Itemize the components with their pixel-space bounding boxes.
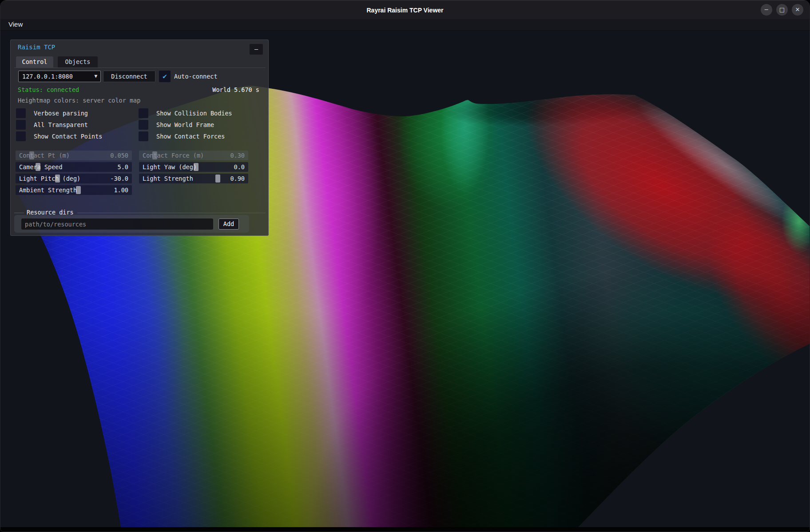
checkbox-show-contact-points[interactable]: Show Contact Points	[16, 131, 136, 141]
tab-objects[interactable]: Objects	[58, 56, 98, 67]
slider-camera-speed[interactable]: Camera Speed 5.0	[16, 162, 132, 172]
slider-label: Ambient Strength	[19, 185, 77, 195]
slider-contact-force: Contact Force (m) 0.30	[139, 151, 248, 160]
checkbox-box[interactable]	[139, 131, 148, 141]
checkbox-show-world-frame[interactable]: Show World Frame	[139, 120, 266, 130]
separator-line	[77, 213, 266, 213]
tab-control[interactable]: Control	[16, 56, 53, 67]
slider-light-strength[interactable]: Light Strength 0.90	[139, 174, 248, 183]
slider-label: Light Pitch (deg)	[19, 174, 80, 183]
autoconnect-checkbox[interactable]: ✔	[159, 71, 171, 82]
checkbox-box[interactable]	[16, 131, 26, 141]
address-value: 127.0.0.1:8080	[22, 73, 73, 80]
slider-value: 0.30	[230, 151, 245, 160]
slider-value: -30.0	[110, 174, 128, 183]
raisim-tcp-panel: Raisim TCP – Control Objects 127.0.0.1:8…	[10, 40, 269, 236]
checkbox-label: Show Contact Forces	[156, 131, 225, 141]
checkbox-all-transparent[interactable]: All Transparent	[16, 120, 136, 130]
slider-value: 0.0	[234, 162, 245, 172]
maximize-button[interactable]: □	[776, 4, 788, 16]
minimize-button[interactable]: −	[761, 4, 772, 16]
checkbox-label: Verbose parsing	[34, 108, 88, 118]
resource-path-input[interactable]	[21, 218, 213, 230]
slider-contact-pt: Contact Pt (m) 0.050	[16, 151, 132, 160]
slider-value: 1.00	[114, 185, 128, 195]
resource-dirs-box: Add	[14, 215, 249, 233]
checkbox-show-contact-forces[interactable]: Show Contact Forces	[139, 131, 266, 141]
slider-light-pitch[interactable]: Light Pitch (deg) -30.0	[16, 174, 132, 183]
panel-title: Raisim TCP	[18, 44, 55, 51]
checkbox-verbose-parsing[interactable]: Verbose parsing	[16, 108, 136, 118]
checkbox-label: Show Contact Points	[34, 131, 102, 141]
window-title: Rayrai Raisim TCP Viewer	[0, 1, 810, 20]
checkbox-box[interactable]	[16, 108, 26, 118]
tabbar-underline	[14, 67, 266, 68]
checkbox-label: All Transparent	[34, 120, 88, 130]
slider-light-yaw[interactable]: Light Yaw (deg) 0.0	[139, 162, 248, 172]
check-icon: ✔	[163, 72, 167, 80]
slider-value: 0.050	[110, 151, 128, 160]
slider-grab[interactable]	[215, 175, 220, 183]
heightmap-note: Heightmap colors: server color map	[18, 97, 140, 104]
checkbox-label: Show World Frame	[156, 120, 214, 130]
slider-value: 0.90	[230, 174, 245, 183]
slider-ambient-strength[interactable]: Ambient Strength 1.00	[16, 185, 132, 195]
slider-label: Camera Speed	[19, 162, 63, 172]
slider-value: 5.0	[118, 162, 128, 172]
panel-collapse-button[interactable]: –	[250, 44, 263, 55]
disconnect-button[interactable]: Disconnect	[103, 71, 155, 82]
close-button[interactable]: ✕	[792, 4, 803, 16]
app-window: Raisim TCP – Control Objects 127.0.0.1:8…	[0, 0, 810, 532]
slider-label: Light Strength	[143, 174, 193, 183]
slider-label: Contact Force (m)	[143, 151, 204, 160]
checkbox-box[interactable]	[139, 108, 148, 118]
titlebar[interactable]: Rayrai Raisim TCP Viewer	[0, 0, 810, 19]
slider-label: Contact Pt (m)	[19, 151, 70, 160]
chevron-down-icon[interactable]: ▼	[94, 71, 97, 82]
checkbox-label: Show Collision Bodies	[156, 108, 232, 118]
checkbox-box[interactable]	[139, 120, 148, 130]
autoconnect-label: Auto-connect	[174, 71, 218, 82]
address-combo[interactable]: 127.0.0.1:8080 ▼	[18, 71, 101, 82]
separator-line	[14, 213, 24, 213]
menubar: View	[0, 19, 810, 31]
status-text: Status: connected	[18, 86, 79, 93]
viewport-bottom-strip	[0, 527, 810, 532]
checkbox-box[interactable]	[16, 120, 26, 130]
slider-label: Light Yaw (deg)	[143, 162, 197, 172]
add-button[interactable]: Add	[218, 218, 239, 230]
menu-view[interactable]: View	[4, 19, 27, 31]
checkbox-show-collision-bodies[interactable]: Show Collision Bodies	[139, 108, 266, 118]
world-time: World 5.670 s	[212, 86, 259, 93]
